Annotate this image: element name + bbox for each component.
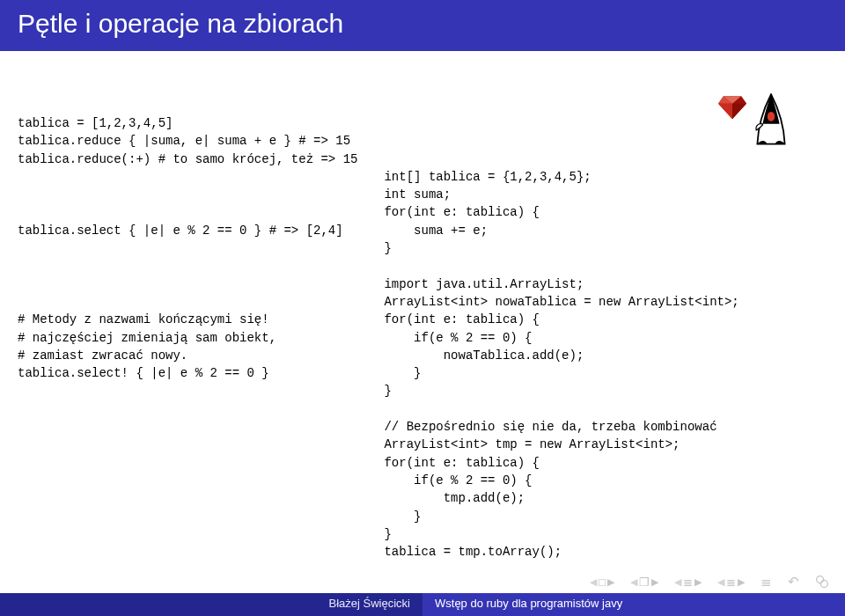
beamer-nav-icons: ◀ □ ▶ ◀ ❐ ▶ ◀ ≣ ▶ ◀ ≣ ▶ ≣ ↶ [590, 574, 829, 590]
slide-content: tablica = [1,2,3,4,5] tablica.reduce { |… [0, 51, 845, 605]
nav-next-frame-icon[interactable]: ▶ [651, 576, 658, 588]
nav-slide-icon: □ [599, 576, 606, 589]
nav-search-icon[interactable] [815, 575, 829, 589]
nav-section-group[interactable]: ◀ ≣ ▶ [674, 576, 702, 589]
java-code-column: int[] tablica = {1,2,3,4,5}; int suma; f… [384, 77, 738, 597]
nav-prev-subsection-icon[interactable]: ◀ [717, 576, 724, 588]
nav-next-slide-icon[interactable]: ▶ [607, 576, 614, 588]
nav-prev-slide-icon[interactable]: ◀ [590, 576, 597, 588]
nav-slide-group[interactable]: ◀ □ ▶ [590, 576, 614, 589]
language-icons [658, 76, 729, 128]
nav-subsection-icon: ≣ [726, 576, 736, 589]
nav-appendix-icon[interactable]: ≣ [760, 574, 772, 590]
footer-subtitle: Wstęp do ruby dla programistów javy [422, 593, 845, 616]
slide-title: Pętle i operacje na zbiorach [0, 0, 845, 51]
java-code-block: int[] tablica = {1,2,3,4,5}; int suma; f… [384, 131, 738, 561]
nav-frame-icon: ❐ [639, 576, 650, 589]
slide-footer: Błażej Święcicki Wstęp do ruby dla progr… [0, 593, 845, 616]
svg-point-7 [817, 576, 824, 583]
nav-next-subsection-icon[interactable]: ▶ [738, 576, 745, 588]
nav-next-section-icon[interactable]: ▶ [694, 576, 702, 588]
java-duke-icon [695, 76, 729, 128]
ruby-code-block: tablica = [1,2,3,4,5] tablica.reduce { |… [18, 77, 357, 597]
nav-subsection-group[interactable]: ◀ ≣ ▶ [717, 576, 745, 589]
svg-point-8 [820, 580, 827, 587]
nav-frame-group[interactable]: ◀ ❐ ▶ [630, 576, 658, 589]
svg-point-6 [768, 112, 775, 121]
nav-prev-section-icon[interactable]: ◀ [674, 576, 681, 588]
svg-marker-5 [732, 104, 746, 120]
ruby-icon [658, 76, 688, 102]
nav-back-icon[interactable]: ↶ [788, 574, 799, 590]
footer-author: Błażej Święcicki [0, 593, 422, 616]
nav-prev-frame-icon[interactable]: ◀ [630, 576, 637, 588]
nav-section-icon: ≣ [683, 576, 693, 589]
